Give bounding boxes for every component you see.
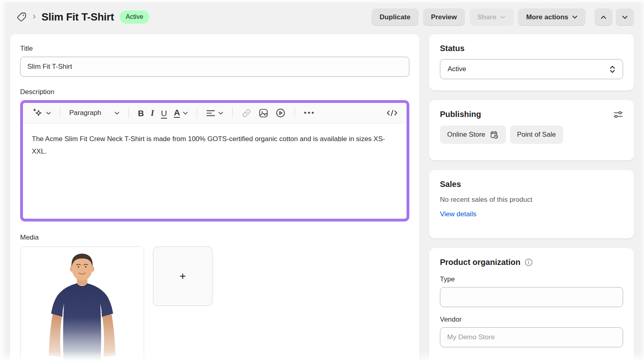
chevron-down-icon bbox=[46, 111, 51, 115]
insert-image-button[interactable] bbox=[258, 108, 268, 118]
paragraph-style-dropdown[interactable]: Paragraph bbox=[69, 109, 120, 117]
description-section: Description bbox=[20, 88, 409, 222]
tag-icon[interactable] bbox=[16, 12, 27, 23]
duplicate-button[interactable]: Duplicate bbox=[372, 8, 419, 26]
toolbar-divider bbox=[295, 108, 295, 118]
toolbar-divider bbox=[60, 108, 60, 118]
sales-message: No recent sales of this product bbox=[440, 196, 623, 204]
info-icon[interactable] bbox=[524, 258, 533, 267]
next-record-button[interactable] bbox=[616, 8, 634, 26]
italic-icon: I bbox=[151, 109, 154, 117]
sales-channels: Online Store Point of Sale bbox=[440, 125, 623, 144]
underline-button[interactable]: U bbox=[161, 109, 167, 117]
preview-button[interactable]: Preview bbox=[423, 8, 465, 26]
chevron-right-icon: › bbox=[33, 11, 36, 21]
edge-fade-right bbox=[640, 0, 644, 361]
point-of-sale-label: Point of Sale bbox=[517, 131, 556, 139]
description-textarea[interactable]: The Acme Slim Fit Crew Neck T-Shirt is m… bbox=[23, 123, 403, 167]
more-formatting-button[interactable]: ••• bbox=[304, 109, 315, 117]
sparkles-icon bbox=[32, 108, 43, 118]
chevron-up-icon bbox=[601, 15, 607, 19]
view-details-link[interactable]: View details bbox=[440, 210, 476, 218]
ellipsis-icon: ••• bbox=[304, 109, 315, 117]
status-badge: Active bbox=[120, 10, 149, 24]
channel-point-of-sale[interactable]: Point of Sale bbox=[510, 125, 563, 144]
link-icon bbox=[242, 108, 252, 118]
text-color-icon: A bbox=[174, 108, 180, 118]
caret-updown-icon bbox=[609, 66, 615, 73]
channel-online-store[interactable]: Online Store bbox=[440, 125, 506, 144]
status-heading: Status bbox=[440, 44, 623, 53]
product-photo-man-tshirt bbox=[21, 247, 144, 361]
online-store-label: Online Store bbox=[447, 131, 485, 139]
play-circle-icon bbox=[275, 108, 286, 118]
product-organization-card: Product organization Type Vendor My Demo… bbox=[429, 248, 634, 361]
share-button[interactable]: Share bbox=[469, 8, 514, 26]
share-button-label: Share bbox=[477, 13, 496, 21]
publishing-card: Publishing Online Store bbox=[429, 100, 634, 160]
toolbar-divider bbox=[197, 108, 197, 118]
vendor-label: Vendor bbox=[440, 316, 623, 324]
title-label: Title bbox=[20, 45, 409, 53]
title-input[interactable]: Slim Fit T-Shirt bbox=[20, 57, 409, 77]
chevron-down-icon bbox=[218, 111, 223, 115]
chevron-down-icon bbox=[622, 15, 628, 19]
code-icon bbox=[386, 109, 398, 117]
edge-fade-left bbox=[0, 0, 6, 361]
chevron-down-icon bbox=[572, 15, 578, 19]
product-form-card: Title Slim Fit T-Shirt Description bbox=[10, 34, 419, 361]
toolbar-divider bbox=[232, 108, 233, 118]
type-input[interactable] bbox=[440, 287, 623, 307]
italic-button[interactable]: I bbox=[151, 109, 154, 117]
chevron-down-icon bbox=[500, 15, 506, 19]
editor-toolbar: Paragraph B I U bbox=[23, 103, 407, 123]
rich-text-editor: Paragraph B I U bbox=[20, 100, 409, 222]
publishing-heading: Publishing bbox=[440, 110, 481, 119]
underline-icon: U bbox=[161, 109, 167, 117]
sales-heading: Sales bbox=[440, 180, 623, 189]
show-html-button[interactable] bbox=[386, 109, 398, 117]
status-select-value: Active bbox=[448, 65, 466, 73]
insert-video-button[interactable] bbox=[275, 108, 286, 118]
record-pager bbox=[594, 8, 634, 26]
magic-text-button[interactable] bbox=[32, 108, 51, 118]
toolbar-divider bbox=[128, 108, 129, 118]
media-row: + bbox=[20, 246, 409, 361]
status-card: Status Active bbox=[429, 34, 634, 90]
plus-icon: + bbox=[180, 270, 186, 283]
vendor-input[interactable]: My Demo Store bbox=[440, 327, 623, 347]
page-title: Slim Fit T-Shirt bbox=[41, 11, 114, 23]
status-select[interactable]: Active bbox=[440, 59, 623, 79]
more-actions-label: More actions bbox=[526, 13, 568, 21]
previous-record-button[interactable] bbox=[594, 8, 613, 26]
product-media-thumbnail[interactable] bbox=[20, 246, 144, 361]
sidebar: Status Active Publishing bbox=[429, 34, 634, 361]
add-media-button[interactable]: + bbox=[153, 246, 213, 306]
page-header: › Slim Fit T-Shirt Active Duplicate Prev… bbox=[0, 0, 644, 34]
breadcrumb: › Slim Fit T-Shirt Active bbox=[16, 10, 149, 24]
alignment-dropdown[interactable] bbox=[206, 110, 223, 117]
align-left-icon bbox=[206, 110, 215, 117]
media-label: Media bbox=[20, 234, 409, 242]
bold-icon: B bbox=[138, 109, 144, 117]
calendar-clock-icon bbox=[489, 130, 499, 139]
insert-link-button[interactable] bbox=[242, 108, 252, 118]
media-section: Media bbox=[20, 234, 409, 361]
bold-button[interactable]: B bbox=[138, 109, 144, 117]
type-label: Type bbox=[440, 275, 623, 283]
sales-card: Sales No recent sales of this product Vi… bbox=[429, 170, 634, 238]
more-actions-button[interactable]: More actions bbox=[518, 8, 586, 26]
header-actions: Duplicate Preview Share More actions bbox=[372, 8, 634, 26]
organization-heading: Product organization bbox=[440, 258, 520, 267]
chevron-down-icon bbox=[183, 111, 188, 115]
description-label: Description bbox=[20, 88, 409, 96]
text-color-button[interactable]: A bbox=[174, 108, 188, 118]
image-icon bbox=[258, 108, 268, 118]
chevron-down-icon bbox=[114, 111, 120, 115]
paragraph-style-label: Paragraph bbox=[69, 109, 101, 117]
sliders-icon[interactable] bbox=[613, 111, 623, 119]
product-detail-page: › Slim Fit T-Shirt Active Duplicate Prev… bbox=[0, 0, 644, 361]
